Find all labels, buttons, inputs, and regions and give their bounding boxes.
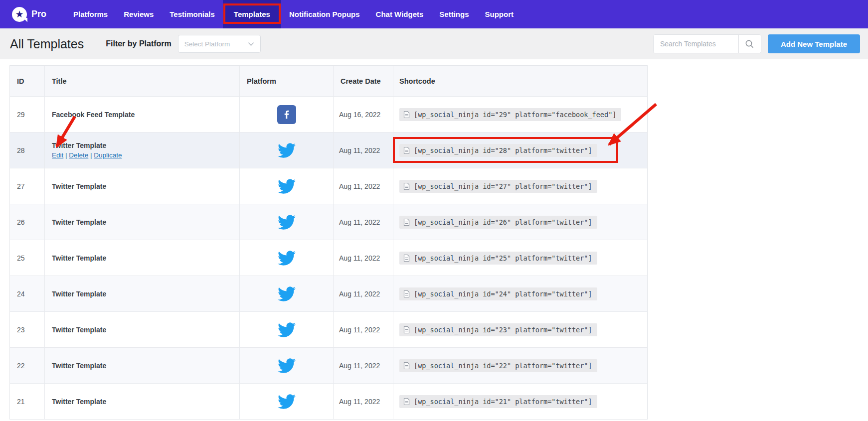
shortcode-text: [wp_social_ninja id="23" platform="twitt… xyxy=(414,326,592,334)
row-title: Twitter Template xyxy=(52,290,106,298)
table-row[interactable]: 27 Twitter Template Aug 11, 2022 xyxy=(10,168,647,204)
shortcode-text: [wp_social_ninja id="26" platform="twitt… xyxy=(414,218,592,226)
document-icon xyxy=(403,290,410,298)
nav-item-label: Reviews xyxy=(124,10,154,18)
twitter-icon xyxy=(276,213,297,231)
nav-item-platforms[interactable]: Platforms xyxy=(65,0,116,28)
document-icon xyxy=(403,398,410,406)
column-header-title: Title xyxy=(45,66,240,96)
row-title: Twitter Template xyxy=(52,182,106,190)
row-create-date: Aug 11, 2022 xyxy=(339,326,380,334)
filter-by-platform-label: Filter by Platform xyxy=(106,39,172,48)
nav-item-settings[interactable]: Settings xyxy=(431,0,477,28)
row-id: 29 xyxy=(17,111,25,119)
row-create-date: Aug 11, 2022 xyxy=(339,290,380,298)
add-new-template-button[interactable]: Add New Template xyxy=(768,34,860,53)
platform-select[interactable]: Select Platform xyxy=(178,35,261,53)
nav-item-support[interactable]: Support xyxy=(477,0,522,28)
page-header: All Templates Filter by Platform Select … xyxy=(0,28,868,59)
search-group xyxy=(653,34,761,53)
shortcode-pill[interactable]: [wp_social_ninja id="29" platform="faceb… xyxy=(399,108,621,121)
shortcode-pill[interactable]: [wp_social_ninja id="24" platform="twitt… xyxy=(399,287,597,300)
nav-item-label: Testimonials xyxy=(170,10,215,18)
action-separator: | xyxy=(88,151,94,159)
table-row[interactable]: 26 Twitter Template Aug 11, 2022 xyxy=(10,204,647,240)
chevron-down-icon xyxy=(248,42,254,46)
row-title: Twitter Template xyxy=(52,326,106,334)
row-create-date: Aug 16, 2022 xyxy=(339,111,380,119)
twitter-icon xyxy=(276,285,297,303)
row-title: Twitter Template xyxy=(52,254,106,262)
shortcode-pill[interactable]: [wp_social_ninja id="21" platform="twitt… xyxy=(399,395,597,408)
edit-link[interactable]: Edit xyxy=(52,151,63,159)
twitter-icon xyxy=(276,249,297,267)
row-id: 21 xyxy=(17,398,25,406)
twitter-icon xyxy=(276,141,297,159)
shortcode-pill[interactable]: [wp_social_ninja id="25" platform="twitt… xyxy=(399,252,597,265)
brand-logo[interactable]: ★ Pro xyxy=(12,0,46,28)
row-create-date: Aug 11, 2022 xyxy=(339,362,380,370)
duplicate-link[interactable]: Duplicate xyxy=(94,151,122,159)
document-icon xyxy=(403,326,410,334)
app-logo-icon: ★ xyxy=(12,7,27,22)
nav-item-notification-popups[interactable]: Notification Popups xyxy=(281,0,368,28)
nav-item-testimonials[interactable]: Testimonials xyxy=(162,0,223,28)
column-header-shortcode: Shortcode xyxy=(393,66,647,96)
search-input[interactable] xyxy=(654,35,738,53)
brand-name: Pro xyxy=(31,9,46,19)
row-id: 27 xyxy=(17,182,25,190)
search-button[interactable] xyxy=(738,35,761,53)
row-title: Twitter Template xyxy=(52,398,106,406)
shortcode-pill[interactable]: [wp_social_ninja id="23" platform="twitt… xyxy=(399,323,597,336)
facebook-icon xyxy=(277,105,296,124)
twitter-icon xyxy=(276,393,297,411)
document-icon xyxy=(403,362,410,370)
table-row[interactable]: 21 Twitter Template Aug 11, 2022 xyxy=(10,383,647,419)
row-title: Facebook Feed Template xyxy=(52,111,135,119)
nav-item-label: Templates xyxy=(234,10,270,18)
twitter-icon xyxy=(276,357,297,375)
nav-item-label: Support xyxy=(485,10,514,18)
shortcode-pill[interactable]: [wp_social_ninja id="27" platform="twitt… xyxy=(399,180,597,193)
table-row[interactable]: 23 Twitter Template Aug 11, 2022 xyxy=(10,311,647,347)
nav-item-label: Chat Widgets xyxy=(376,10,424,18)
row-title: Twitter Template xyxy=(52,141,106,149)
row-id: 24 xyxy=(17,290,25,298)
shortcode-pill[interactable]: [wp_social_ninja id="28" platform="twitt… xyxy=(399,144,597,157)
table-row[interactable]: 22 Twitter Template Aug 11, 2022 xyxy=(10,347,647,383)
nav-item-chat-widgets[interactable]: Chat Widgets xyxy=(368,0,432,28)
nav-item-templates[interactable]: Templates xyxy=(223,0,281,28)
table-row[interactable]: 29 Facebook Feed Template Aug 16, 2022 xyxy=(10,96,647,132)
action-separator: | xyxy=(63,151,69,159)
row-id: 25 xyxy=(17,254,25,262)
row-create-date: Aug 11, 2022 xyxy=(339,182,380,190)
table-row[interactable]: 28 Twitter Template Edit | Delete | Dupl… xyxy=(10,132,647,168)
search-icon xyxy=(745,39,754,49)
twitter-icon xyxy=(276,177,297,195)
column-header-create-date: Create Date xyxy=(334,66,393,96)
shortcode-pill[interactable]: [wp_social_ninja id="22" platform="twitt… xyxy=(399,359,597,372)
document-icon xyxy=(403,254,410,262)
row-create-date: Aug 11, 2022 xyxy=(339,398,380,406)
table-row[interactable]: 25 Twitter Template Aug 11, 2022 xyxy=(10,240,647,276)
row-title: Twitter Template xyxy=(52,362,106,370)
row-id: 26 xyxy=(17,218,25,226)
page-title: All Templates xyxy=(10,37,84,51)
document-icon xyxy=(403,146,410,154)
delete-link[interactable]: Delete xyxy=(69,151,88,159)
row-id: 28 xyxy=(17,146,25,154)
shortcode-text: [wp_social_ninja id="21" platform="twitt… xyxy=(414,398,592,406)
nav-item-reviews[interactable]: Reviews xyxy=(116,0,162,28)
shortcode-pill[interactable]: [wp_social_ninja id="26" platform="twitt… xyxy=(399,216,597,229)
shortcode-text: [wp_social_ninja id="28" platform="twitt… xyxy=(414,146,592,154)
content-area: ID Title Platform Create Date Shortcode … xyxy=(0,59,868,421)
table-row[interactable]: 24 Twitter Template Aug 11, 2022 xyxy=(10,276,647,311)
column-header-platform: Platform xyxy=(240,66,334,96)
document-icon xyxy=(403,218,410,226)
shortcode-text: [wp_social_ninja id="29" platform="faceb… xyxy=(414,111,616,119)
nav-item-label: Notification Popups xyxy=(289,10,360,18)
row-id: 23 xyxy=(17,326,25,334)
nav-items: Platforms Reviews Testimonials Templates… xyxy=(65,0,521,28)
table-body: 29 Facebook Feed Template Aug 16, 2022 xyxy=(10,96,647,419)
row-create-date: Aug 11, 2022 xyxy=(339,218,380,226)
